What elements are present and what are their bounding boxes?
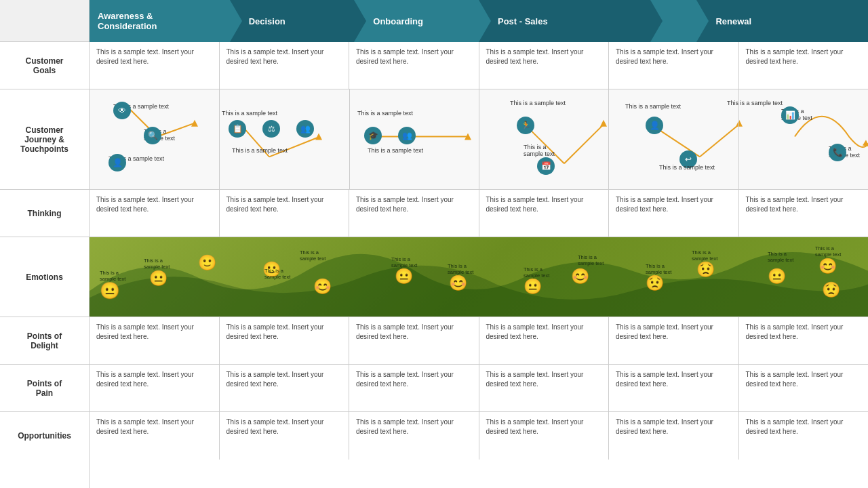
label-thinking: Thinking [0,190,89,237]
goals-cell-2: This is a sample text. Insert your desir… [220,42,350,89]
emo-label-7: This is asample text [578,254,604,266]
header-awareness: Awareness &Consideration [90,0,230,42]
emo-label-4: This is asample text [264,268,290,280]
journey-label-3b: This is a sample text [368,147,423,154]
journey-icon-1: 👁 This is a sample text [113,102,169,110]
journey-label-5c: This is a sample text [659,164,715,171]
journey-icon-3: 👤 This is a sample text [108,154,164,162]
journey-divider-5 [738,89,739,189]
emo-label-12: This is asample text [815,245,841,258]
emo-label-5: This is asample text [391,256,417,268]
opps-cell-3: This is a sample text. Insert your desir… [349,412,479,460]
emotion-emoji-10: 😟 [646,274,664,292]
pain-cell-1: This is a sample text. Insert your desir… [90,365,220,411]
delight-cell-2: This is a sample text. Insert your desir… [220,317,350,364]
emo-label-8: This is asample text [524,266,549,279]
thinking-cell-3: This is a sample text. Insert your desir… [349,190,479,237]
thinking-cell-5: This is a sample text. Insert your desir… [609,190,739,237]
opps-cell-6: This is a sample text. Insert your desir… [739,412,869,460]
journey-label-5a: This is a sample text [625,103,681,110]
emotion-emoji-11: 😟 [696,261,715,279]
pain-cell-3: This is a sample text. Insert your desir… [349,365,479,411]
svg-line-10 [564,123,605,164]
goals-cell-4: This is a sample text. Insert your desir… [479,42,610,89]
emotion-emoji-3: 🙂 [198,254,216,272]
header-onboarding: Onboarding [354,0,479,42]
emotion-emoji-1: 😐 [100,281,120,300]
pain-cell-4: This is a sample text. Insert your desir… [479,365,610,411]
svg-line-13 [700,123,741,157]
header-renewal: Renewal [696,0,868,42]
emotion-emoji-13: 😟 [822,281,840,299]
emotion-emoji-5: 😊 [313,278,332,296]
pain-cell-2: This is a sample text. Insert your desir… [220,365,350,411]
journey-icon-2: 🔍 This is asample text [144,127,175,142]
delight-cell-1: This is a sample text. Insert your desir… [90,317,220,364]
thinking-row: This is a sample text. Insert your desir… [90,190,868,237]
svg-marker-15 [863,140,868,146]
delight-cell-6: This is a sample text. Insert your desir… [739,317,869,364]
journey-row: 👁 This is a sample text 🔍 This is asampl… [90,89,868,190]
opps-cell-2: This is a sample text. Insert your desir… [220,412,350,460]
label-emotions: Emotions [0,237,89,317]
journey-label-4a: This is a sample text [510,100,566,106]
journey-divider-1 [219,89,220,189]
pain-row: This is a sample text. Insert your desir… [90,365,868,412]
label-goals: CustomerGoals [0,42,89,89]
svg-marker-5 [315,134,322,140]
header-decision: Decision [230,0,355,42]
journey-divider-4 [608,89,609,189]
emotion-emoji-14: 😊 [818,258,837,275]
emotion-emoji-9: 😊 [571,268,589,285]
emotion-emoji-7: 😊 [449,274,467,292]
main-content: Awareness &Consideration Decision Onboar… [90,0,868,488]
delight-cell-4: This is a sample text. Insert your desir… [479,317,610,364]
journey-divider-2 [349,89,350,189]
emo-label-1: This is asample text [100,270,125,282]
emotion-emoji-2: 😐 [149,270,167,287]
emo-label-9: This is asample text [646,263,671,275]
opportunities-row: This is a sample text. Insert your desir… [90,412,868,460]
emotion-emoji-12: 😐 [768,268,786,285]
journey-label-4b: This is asample text [524,144,555,157]
emotion-emoji-8: 😐 [524,278,542,296]
header-row: Awareness &Consideration Decision Onboar… [90,0,868,42]
main-container: CustomerGoals CustomerJourney &Touchpoin… [0,0,868,488]
opps-cell-4: This is a sample text. Insert your desir… [479,412,610,460]
emo-label-11: This is asample text [768,251,793,263]
journey-icon-13: 📊 This is asample text [781,106,812,121]
journey-divider-3 [479,89,479,189]
label-journey: CustomerJourney &Touchpoints [0,89,89,190]
label-header-empty [0,0,89,42]
emotions-row: 😐 😐 🙂 This is asample text This is asamp… [90,237,868,317]
journey-label-2b: This is a sample text [232,147,288,154]
label-opportunities: Opportunities [0,412,89,460]
thinking-cell-4: This is a sample text. Insert your desir… [479,190,610,237]
goals-cell-3: This is a sample text. Insert your desir… [349,42,479,89]
labels-column: CustomerGoals CustomerJourney &Touchpoin… [0,0,90,488]
header-postsales: Post - Sales [479,0,650,42]
opps-cell-5: This is a sample text. Insert your desir… [609,412,739,460]
journey-label-2a: This is a sample text [222,110,277,117]
thinking-cell-1: This is a sample text. Insert your desir… [90,190,220,237]
journey-icon-14: 📞 This is asample text [829,144,860,159]
goals-row: This is a sample text. Insert your desir… [90,42,868,89]
label-pain: Points ofPain [0,365,89,412]
goals-cell-5: This is a sample text. Insert your desir… [609,42,739,89]
thinking-cell-2: This is a sample text. Insert your desir… [220,190,350,237]
svg-marker-11 [600,120,607,127]
emo-label-2: This is asample text [144,258,170,270]
emo-label-10: This is asample text [692,249,717,262]
emotion-emoji-6: 😐 [395,268,413,285]
emo-label-6: This is asample text [448,263,473,275]
goals-cell-6: This is a sample text. Insert your desir… [739,42,869,89]
opps-cell-1: This is a sample text. Insert your desir… [90,412,220,460]
emo-label-3: This is asample text [300,249,326,262]
thinking-cell-6: This is a sample text. Insert your desir… [739,190,869,237]
label-delight: Points ofDelight [0,317,89,365]
svg-marker-14 [736,120,743,127]
pain-cell-5: This is a sample text. Insert your desir… [609,365,739,411]
journey-label-3a: This is a sample text [357,110,413,117]
delight-cell-3: This is a sample text. Insert your desir… [349,317,479,364]
journey-label-5b: This is a sample text [727,100,783,106]
